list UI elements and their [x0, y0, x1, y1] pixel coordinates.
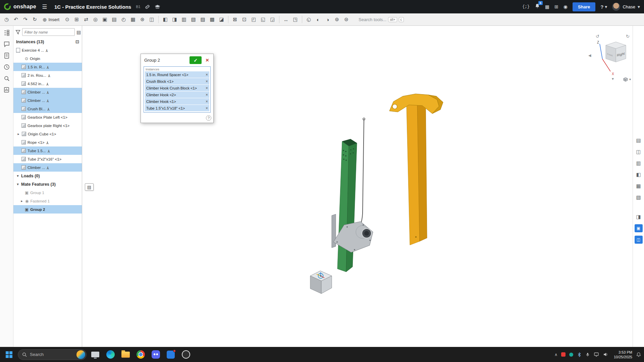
expand-chevron-icon[interactable]: ▸	[20, 199, 23, 203]
split-view-panel-icon[interactable]: ◫	[635, 236, 643, 244]
help-menu[interactable]: ? ▾	[600, 4, 607, 9]
expand-chevron-icon[interactable]: ▸	[17, 132, 20, 136]
hidden-icons-chevron[interactable]: ∧	[554, 353, 557, 357]
appearance-panel-icon[interactable]: ▦	[635, 182, 643, 190]
mate-features-header[interactable]: ▾ Mate Features (3)	[13, 180, 82, 188]
appearance-icon[interactable]: ▧	[189, 15, 198, 24]
custom-feature-icon[interactable]: ⊜	[342, 15, 351, 24]
hamburger-menu-icon[interactable]: ☰	[40, 2, 49, 11]
mate-connector-icon[interactable]: Y	[47, 107, 50, 111]
app-store-icon[interactable]: ⊞	[554, 4, 558, 9]
tree-item-origin[interactable]: ⊙ Origin	[13, 54, 82, 63]
taskbar-clock[interactable]: 3:53 PM 10/25/2025	[614, 350, 632, 359]
start-button[interactable]	[3, 348, 15, 361]
mate-feature-group-1[interactable]: ▣ Group 1	[13, 188, 82, 197]
assembly-tree-icon[interactable]	[4, 30, 10, 36]
edit-in-context-icon[interactable]: ▩	[208, 15, 217, 24]
mate-connector-icon[interactable]: Y	[48, 149, 50, 153]
mate-feature-group-2[interactable]: ▣ Group 2	[13, 205, 82, 214]
mkcad-panel-icon[interactable]: ▣	[635, 224, 643, 232]
filter-input[interactable]	[22, 28, 75, 36]
replicate-icon[interactable]: ▣	[100, 15, 109, 24]
tree-item-climber-2[interactable]: Climber ... Y	[13, 96, 82, 105]
history-icon[interactable]	[4, 64, 10, 70]
mirror-icon[interactable]: ▦	[128, 15, 138, 24]
display-states-icon[interactable]: ◧	[161, 15, 170, 24]
dialog-instance-row[interactable]: Tube 1.5"x1.5"x18" <1> ×	[145, 105, 209, 111]
undo-icon[interactable]: ↶	[11, 15, 20, 24]
report-panel-icon[interactable]	[4, 87, 9, 93]
bom-icon[interactable]: ◱	[259, 15, 268, 24]
search-highlight-image[interactable]	[76, 350, 85, 359]
drawing-icon[interactable]: ◵	[304, 15, 313, 24]
tree-item-4562[interactable]: 4.562 in... Y	[13, 79, 82, 88]
sheet-metal-icon[interactable]: ⊠	[230, 15, 239, 24]
bluetooth-icon[interactable]	[577, 352, 582, 357]
mate-connector-icon[interactable]: Y	[46, 82, 49, 85]
interference-icon[interactable]: ◲	[268, 15, 277, 24]
tree-item-rope[interactable]: Rope <1> Y	[13, 138, 82, 146]
tree-item-origin-cube[interactable]: ▸ Origin Cube <1>	[13, 130, 82, 138]
discord-icon[interactable]	[149, 348, 162, 361]
dialog-instance-row[interactable]: Climber Hook <1> ×	[145, 98, 209, 105]
tree-item-gearbox-plate-left[interactable]: Gearbox Plate Left <1>	[13, 113, 82, 121]
configurations-icon[interactable]: ⊚	[332, 15, 341, 24]
loads-header[interactable]: ▾ Loads (0)	[13, 172, 82, 180]
notification-bell-icon[interactable]	[636, 352, 641, 357]
dialog-instance-row[interactable]: 1.5 in. Round Spacer <1> ×	[145, 71, 209, 78]
community-icon[interactable]: ◉	[564, 4, 568, 9]
named-positions-icon[interactable]: ◨	[170, 15, 179, 24]
insert-button[interactable]: ⊕ Insert	[40, 16, 62, 23]
dialog-instance-row[interactable]: Climber Hook Crush Block <1> ×	[145, 85, 209, 91]
green-tube-part[interactable]	[337, 139, 357, 272]
remove-instance-icon[interactable]: ×	[206, 73, 208, 77]
transform-icon[interactable]: ▨	[198, 15, 207, 24]
tree-item-climber-3[interactable]: Climber ... Y	[13, 163, 82, 172]
document-panel-icon[interactable]	[4, 53, 9, 59]
accept-button[interactable]: ✓	[190, 56, 202, 64]
view-options-button[interactable]: ▾	[623, 77, 631, 82]
version-badge[interactable]: B1	[136, 5, 140, 9]
frame-icon[interactable]: ⊡	[240, 15, 249, 24]
taskbar-search[interactable]: Search	[18, 349, 87, 360]
list-view-icon[interactable]: ▤	[76, 30, 81, 35]
rollback-icon[interactable]: ◷	[2, 15, 11, 24]
onshape-logo[interactable]: onshape	[4, 3, 36, 10]
tree-item-root-assembly[interactable]: Exercise 4 ... Y	[13, 46, 82, 54]
dialog-instance-row[interactable]: Crush Block <1> ×	[145, 78, 209, 84]
gmail-tray-icon[interactable]	[561, 352, 566, 357]
animate-icon[interactable]: ◑	[323, 15, 332, 24]
vscode-icon[interactable]	[164, 348, 177, 361]
mate-connector-icon[interactable]: Y	[47, 99, 49, 102]
redo-icon[interactable]: ↷	[21, 15, 30, 24]
remove-instance-icon[interactable]: ×	[206, 106, 208, 110]
bom-panel-icon[interactable]: ◫	[635, 148, 643, 156]
measure-icon[interactable]: ↔	[281, 15, 290, 24]
dialog-instance-row[interactable]: Climber Hook <2> ×	[145, 92, 209, 98]
cancel-button[interactable]: ×	[204, 57, 211, 63]
share-button[interactable]: Share	[573, 2, 595, 11]
learning-center-icon[interactable]	[154, 4, 161, 9]
tree-item-tube-2x2[interactable]: Tube 2"x2"x16" <1>	[13, 155, 82, 163]
share-link-icon[interactable]	[145, 4, 150, 10]
dialog-header[interactable]: Group 2 ✓ ×	[141, 54, 213, 66]
tree-item-gearbox-plate-right[interactable]: Gearbox plate Right <1>	[13, 121, 82, 130]
parts-list-panel-icon[interactable]: ▤	[635, 136, 643, 144]
edge-icon[interactable]	[104, 348, 117, 361]
section-panel-icon[interactable]: ▧	[635, 193, 643, 201]
mate-connector-icon[interactable]: Y	[47, 166, 49, 169]
mate-connector-icon[interactable]: Y	[48, 74, 50, 77]
features-flyout-button[interactable]: ▤	[85, 183, 94, 191]
view-cube[interactable]: Z X Front Right ↺ ↻ ◀ ▶ ▾	[584, 27, 633, 84]
linear-pattern-icon[interactable]: ▤	[110, 15, 119, 24]
remove-instance-icon[interactable]: ×	[206, 93, 208, 97]
account-menu[interactable]: Chase ▾	[612, 3, 640, 11]
display-panel-icon[interactable]: ◧	[635, 171, 643, 179]
tree-item-tube-15[interactable]: Tube 1.5... Y	[13, 146, 82, 155]
mate-connector-icon[interactable]: Y	[46, 49, 48, 52]
yellow-climber-hook-part[interactable]	[389, 94, 443, 245]
rope-part[interactable]	[360, 119, 364, 226]
tree-item-climber-1[interactable]: Climber ... Y	[13, 88, 82, 96]
mass-properties-icon[interactable]: ◳	[291, 15, 300, 24]
render-icon[interactable]: ◐	[314, 15, 323, 24]
